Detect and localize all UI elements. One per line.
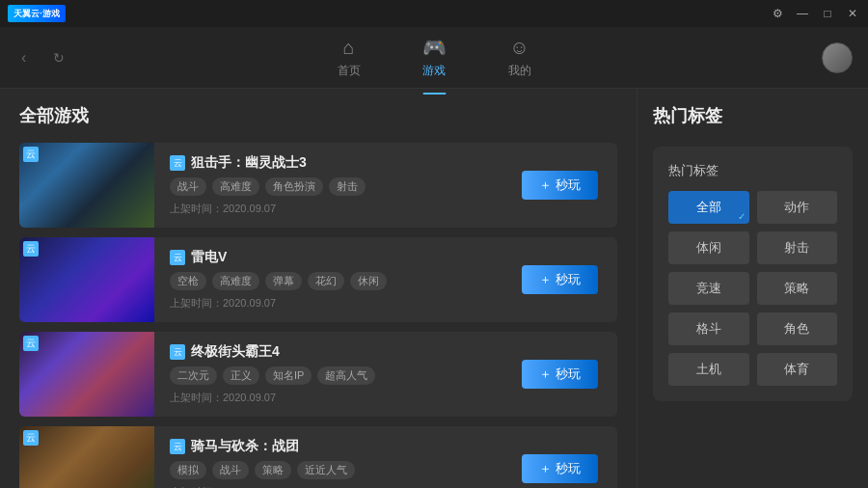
- game-list-title: 全部游戏: [19, 104, 617, 127]
- game-tag[interactable]: 近近人气: [297, 461, 355, 479]
- home-label: 首页: [338, 63, 361, 79]
- game-action: ＋ 秒玩: [502, 360, 617, 389]
- nav-left: ‹ ↻: [15, 45, 70, 70]
- game-icon-overlay: 云: [23, 336, 39, 351]
- nav-center: ⌂ 首页 🎮 游戏 ☺ 我的: [326, 28, 543, 87]
- game-date: 上架时间：2020.09.07: [170, 202, 487, 216]
- title-bar: 天翼云·游戏 ⚙ — □ ✕: [0, 0, 868, 27]
- play-button[interactable]: ＋ 秒玩: [522, 360, 598, 389]
- play-button[interactable]: ＋ 秒玩: [522, 265, 598, 294]
- game-tag[interactable]: 高难度: [212, 177, 259, 196]
- checkmark-icon: ✓: [738, 211, 746, 222]
- tags-grid: 全部✓动作体闲射击竞速策略格斗角色土机体育: [668, 191, 837, 386]
- game-title-row: 云 骑马与砍杀：战团: [170, 438, 487, 455]
- game-tag[interactable]: 正义: [223, 366, 259, 385]
- game-badge: 云: [170, 439, 185, 454]
- profile-label: 我的: [508, 63, 531, 79]
- game-title: 骑马与砍杀：战团: [191, 438, 299, 455]
- game-item: 云 云 狙击手：幽灵战士3 战斗高难度角色扮演射击 上架时间：2020.09.0…: [19, 143, 617, 228]
- hot-tag-button[interactable]: 射击: [757, 231, 838, 264]
- game-action: ＋ 秒玩: [502, 171, 617, 200]
- game-badge: 云: [170, 155, 185, 171]
- title-bar-left: 天翼云·游戏: [8, 5, 66, 22]
- nav-item-home[interactable]: ⌂ 首页: [326, 29, 372, 87]
- game-thumbnail: 云: [19, 332, 154, 417]
- hot-tag-button[interactable]: 竞速: [668, 272, 749, 305]
- game-item: 云 云 终极街头霸王4 二次元正义知名IP超高人气 上架时间：2020.09.0…: [19, 332, 617, 417]
- game-tag[interactable]: 超高人气: [317, 366, 375, 385]
- game-badge: 云: [170, 250, 185, 265]
- hot-tags-panel: 热门标签 热门标签 全部✓动作体闲射击竞速策略格斗角色土机体育: [637, 89, 868, 488]
- game-title-row: 云 雷电V: [170, 249, 487, 266]
- game-tag[interactable]: 花幻: [308, 272, 344, 290]
- game-date: 上架时间：2020.09.07: [170, 296, 487, 311]
- game-tag[interactable]: 休闲: [350, 272, 387, 290]
- hot-tag-button[interactable]: 全部✓: [668, 191, 749, 224]
- game-date: 上架时间：2020.09.07: [170, 391, 487, 405]
- game-badge: 云: [170, 344, 185, 360]
- game-tag[interactable]: 战斗: [170, 177, 206, 196]
- nav-item-gaming[interactable]: 🎮 游戏: [411, 28, 458, 87]
- minimize-button[interactable]: —: [795, 6, 810, 21]
- game-icon-overlay: 云: [23, 241, 39, 257]
- maximize-button[interactable]: □: [820, 6, 835, 21]
- game-info: 云 狙击手：幽灵战士3 战斗高难度角色扮演射击 上架时间：2020.09.07: [154, 145, 502, 226]
- game-thumbnail: 云: [19, 237, 154, 322]
- game-thumbnail: 云: [19, 143, 154, 228]
- home-icon: ⌂: [342, 37, 354, 59]
- game-title-row: 云 狙击手：幽灵战士3: [170, 154, 487, 172]
- play-button[interactable]: ＋ 秒玩: [522, 171, 598, 200]
- game-info: 云 终极街头霸王4 二次元正义知名IP超高人气 上架时间：2020.09.07: [154, 334, 502, 415]
- game-tag[interactable]: 二次元: [170, 366, 217, 385]
- game-list-container: 云 云 狙击手：幽灵战士3 战斗高难度角色扮演射击 上架时间：2020.09.0…: [19, 143, 617, 488]
- hot-tags-section-title: 热门标签: [653, 104, 853, 127]
- game-tag[interactable]: 角色扮演: [265, 177, 323, 196]
- hot-tag-button[interactable]: 角色: [757, 312, 838, 345]
- hot-tag-button[interactable]: 土机: [668, 353, 749, 386]
- game-title: 雷电V: [191, 249, 227, 266]
- title-bar-controls: ⚙ — □ ✕: [770, 6, 860, 21]
- game-item: 云 云 雷电V 空枪高难度弹幕花幻休闲 上架时间：2020.09.07 ＋ 秒玩: [19, 237, 617, 322]
- game-tag[interactable]: 模拟: [170, 461, 206, 479]
- game-title: 狙击手：幽灵战士3: [191, 154, 307, 172]
- game-item: 云 云 骑马与砍杀：战团 模拟战斗策略近近人气 上架时间：2020.09.07 …: [19, 426, 617, 488]
- game-tag[interactable]: 空枪: [170, 272, 206, 290]
- game-tag[interactable]: 知名IP: [265, 366, 312, 385]
- game-tag[interactable]: 战斗: [212, 461, 249, 479]
- nav-item-profile[interactable]: ☺ 我的: [497, 29, 543, 87]
- game-icon-overlay: 云: [23, 147, 39, 162]
- game-title-row: 云 终极街头霸王4: [170, 343, 487, 361]
- refresh-button[interactable]: ↻: [47, 46, 70, 69]
- game-icon-overlay: 云: [23, 430, 39, 446]
- nav-bar: ‹ ↻ ⌂ 首页 🎮 游戏 ☺ 我的: [0, 27, 868, 89]
- game-tag[interactable]: 策略: [255, 461, 291, 479]
- app-logo: 天翼云·游戏: [8, 5, 66, 22]
- game-tag[interactable]: 高难度: [212, 272, 259, 290]
- hot-tag-button[interactable]: 格斗: [668, 312, 749, 345]
- game-thumbnail: 云: [19, 426, 154, 488]
- hot-tag-button[interactable]: 动作: [757, 191, 838, 224]
- hot-tags-box: 热门标签 全部✓动作体闲射击竞速策略格斗角色土机体育: [653, 147, 853, 401]
- close-button[interactable]: ✕: [845, 6, 860, 21]
- game-tag[interactable]: 射击: [329, 177, 366, 196]
- game-list-panel: 全部游戏 云 云 狙击手：幽灵战士3 战斗高难度角色扮演射击 上架时间：2020…: [0, 89, 637, 488]
- gaming-icon: 🎮: [422, 36, 447, 59]
- game-tag[interactable]: 弹幕: [265, 272, 302, 290]
- game-info: 云 雷电V 空枪高难度弹幕花幻休闲 上架时间：2020.09.07: [154, 239, 502, 320]
- gaming-label: 游戏: [422, 63, 446, 79]
- play-button[interactable]: ＋ 秒玩: [522, 454, 598, 483]
- game-tags: 模拟战斗策略近近人气: [170, 461, 487, 479]
- game-action: ＋ 秒玩: [502, 454, 617, 483]
- nav-right: [822, 42, 853, 73]
- back-button[interactable]: ‹: [15, 45, 32, 70]
- hot-tag-button[interactable]: 体育: [757, 353, 838, 386]
- game-tags: 二次元正义知名IP超高人气: [170, 366, 487, 385]
- game-title: 终极街头霸王4: [191, 343, 280, 361]
- game-info: 云 骑马与砍杀：战团 模拟战斗策略近近人气 上架时间：2020.09.07: [154, 428, 502, 488]
- hot-tag-button[interactable]: 体闲: [668, 231, 749, 264]
- settings-button[interactable]: ⚙: [770, 6, 785, 21]
- hot-tag-button[interactable]: 策略: [757, 272, 838, 305]
- user-avatar[interactable]: [822, 42, 853, 73]
- game-action: ＋ 秒玩: [502, 265, 617, 294]
- main-content: 全部游戏 云 云 狙击手：幽灵战士3 战斗高难度角色扮演射击 上架时间：2020…: [0, 89, 868, 488]
